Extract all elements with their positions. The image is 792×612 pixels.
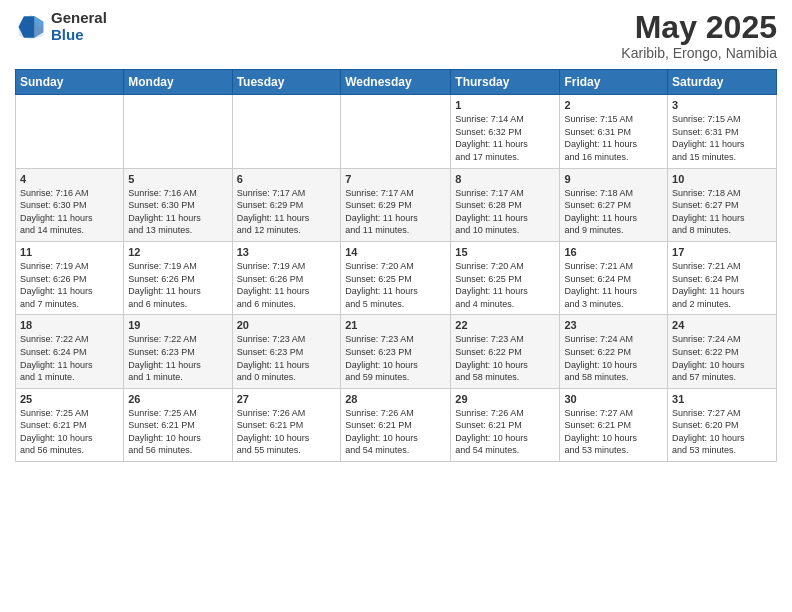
day-info: Sunrise: 7:26 AM Sunset: 6:21 PM Dayligh… [455,407,555,457]
day-number: 10 [672,173,772,185]
col-saturday: Saturday [668,70,777,95]
logo-general-text: General [51,10,107,27]
day-cell-2-6: 9Sunrise: 7:18 AM Sunset: 6:27 PM Daylig… [560,168,668,241]
day-number: 19 [128,319,227,331]
day-cell-5-4: 28Sunrise: 7:26 AM Sunset: 6:21 PM Dayli… [341,388,451,461]
day-number: 7 [345,173,446,185]
day-info: Sunrise: 7:15 AM Sunset: 6:31 PM Dayligh… [672,113,772,163]
day-number: 15 [455,246,555,258]
day-number: 22 [455,319,555,331]
week-row-3: 11Sunrise: 7:19 AM Sunset: 6:26 PM Dayli… [16,241,777,314]
day-cell-1-6: 2Sunrise: 7:15 AM Sunset: 6:31 PM Daylig… [560,95,668,168]
header: General Blue May 2025 Karibib, Erongo, N… [15,10,777,61]
day-info: Sunrise: 7:26 AM Sunset: 6:21 PM Dayligh… [237,407,337,457]
week-row-4: 18Sunrise: 7:22 AM Sunset: 6:24 PM Dayli… [16,315,777,388]
day-number: 31 [672,393,772,405]
col-wednesday: Wednesday [341,70,451,95]
day-cell-4-1: 18Sunrise: 7:22 AM Sunset: 6:24 PM Dayli… [16,315,124,388]
logo: General Blue [15,10,107,43]
col-tuesday: Tuesday [232,70,341,95]
day-cell-2-5: 8Sunrise: 7:17 AM Sunset: 6:28 PM Daylig… [451,168,560,241]
day-number: 11 [20,246,119,258]
day-cell-1-7: 3Sunrise: 7:15 AM Sunset: 6:31 PM Daylig… [668,95,777,168]
day-info: Sunrise: 7:23 AM Sunset: 6:23 PM Dayligh… [237,333,337,383]
day-number: 1 [455,99,555,111]
week-row-2: 4Sunrise: 7:16 AM Sunset: 6:30 PM Daylig… [16,168,777,241]
day-info: Sunrise: 7:24 AM Sunset: 6:22 PM Dayligh… [564,333,663,383]
day-cell-3-1: 11Sunrise: 7:19 AM Sunset: 6:26 PM Dayli… [16,241,124,314]
day-number: 26 [128,393,227,405]
day-info: Sunrise: 7:18 AM Sunset: 6:27 PM Dayligh… [672,187,772,237]
col-thursday: Thursday [451,70,560,95]
day-number: 9 [564,173,663,185]
day-info: Sunrise: 7:16 AM Sunset: 6:30 PM Dayligh… [128,187,227,237]
day-info: Sunrise: 7:19 AM Sunset: 6:26 PM Dayligh… [128,260,227,310]
calendar-header-row: Sunday Monday Tuesday Wednesday Thursday… [16,70,777,95]
day-number: 6 [237,173,337,185]
day-cell-5-5: 29Sunrise: 7:26 AM Sunset: 6:21 PM Dayli… [451,388,560,461]
day-cell-3-6: 16Sunrise: 7:21 AM Sunset: 6:24 PM Dayli… [560,241,668,314]
day-info: Sunrise: 7:21 AM Sunset: 6:24 PM Dayligh… [564,260,663,310]
day-info: Sunrise: 7:14 AM Sunset: 6:32 PM Dayligh… [455,113,555,163]
day-info: Sunrise: 7:21 AM Sunset: 6:24 PM Dayligh… [672,260,772,310]
day-number: 4 [20,173,119,185]
day-info: Sunrise: 7:27 AM Sunset: 6:21 PM Dayligh… [564,407,663,457]
calendar-table: Sunday Monday Tuesday Wednesday Thursday… [15,69,777,462]
day-cell-2-4: 7Sunrise: 7:17 AM Sunset: 6:29 PM Daylig… [341,168,451,241]
day-number: 18 [20,319,119,331]
logo-icon [15,11,47,43]
day-cell-5-7: 31Sunrise: 7:27 AM Sunset: 6:20 PM Dayli… [668,388,777,461]
col-monday: Monday [124,70,232,95]
day-number: 29 [455,393,555,405]
col-sunday: Sunday [16,70,124,95]
day-cell-2-7: 10Sunrise: 7:18 AM Sunset: 6:27 PM Dayli… [668,168,777,241]
day-cell-3-4: 14Sunrise: 7:20 AM Sunset: 6:25 PM Dayli… [341,241,451,314]
day-cell-2-2: 5Sunrise: 7:16 AM Sunset: 6:30 PM Daylig… [124,168,232,241]
week-row-5: 25Sunrise: 7:25 AM Sunset: 6:21 PM Dayli… [16,388,777,461]
day-cell-3-7: 17Sunrise: 7:21 AM Sunset: 6:24 PM Dayli… [668,241,777,314]
day-cell-4-5: 22Sunrise: 7:23 AM Sunset: 6:22 PM Dayli… [451,315,560,388]
day-number: 28 [345,393,446,405]
day-info: Sunrise: 7:25 AM Sunset: 6:21 PM Dayligh… [20,407,119,457]
day-cell-3-2: 12Sunrise: 7:19 AM Sunset: 6:26 PM Dayli… [124,241,232,314]
day-info: Sunrise: 7:26 AM Sunset: 6:21 PM Dayligh… [345,407,446,457]
day-info: Sunrise: 7:22 AM Sunset: 6:23 PM Dayligh… [128,333,227,383]
day-cell-2-1: 4Sunrise: 7:16 AM Sunset: 6:30 PM Daylig… [16,168,124,241]
day-cell-4-2: 19Sunrise: 7:22 AM Sunset: 6:23 PM Dayli… [124,315,232,388]
day-number: 8 [455,173,555,185]
day-number: 20 [237,319,337,331]
day-number: 17 [672,246,772,258]
day-number: 5 [128,173,227,185]
logo-text: General Blue [51,10,107,43]
col-friday: Friday [560,70,668,95]
day-info: Sunrise: 7:23 AM Sunset: 6:23 PM Dayligh… [345,333,446,383]
day-cell-4-7: 24Sunrise: 7:24 AM Sunset: 6:22 PM Dayli… [668,315,777,388]
day-info: Sunrise: 7:27 AM Sunset: 6:20 PM Dayligh… [672,407,772,457]
day-number: 27 [237,393,337,405]
day-cell-2-3: 6Sunrise: 7:17 AM Sunset: 6:29 PM Daylig… [232,168,341,241]
day-info: Sunrise: 7:19 AM Sunset: 6:26 PM Dayligh… [237,260,337,310]
day-number: 13 [237,246,337,258]
location-subtitle: Karibib, Erongo, Namibia [621,45,777,61]
day-info: Sunrise: 7:20 AM Sunset: 6:25 PM Dayligh… [345,260,446,310]
day-number: 16 [564,246,663,258]
day-cell-5-6: 30Sunrise: 7:27 AM Sunset: 6:21 PM Dayli… [560,388,668,461]
day-cell-4-4: 21Sunrise: 7:23 AM Sunset: 6:23 PM Dayli… [341,315,451,388]
day-info: Sunrise: 7:24 AM Sunset: 6:22 PM Dayligh… [672,333,772,383]
day-cell-3-3: 13Sunrise: 7:19 AM Sunset: 6:26 PM Dayli… [232,241,341,314]
day-number: 23 [564,319,663,331]
day-number: 30 [564,393,663,405]
day-cell-4-3: 20Sunrise: 7:23 AM Sunset: 6:23 PM Dayli… [232,315,341,388]
day-info: Sunrise: 7:15 AM Sunset: 6:31 PM Dayligh… [564,113,663,163]
day-info: Sunrise: 7:16 AM Sunset: 6:30 PM Dayligh… [20,187,119,237]
day-info: Sunrise: 7:17 AM Sunset: 6:29 PM Dayligh… [237,187,337,237]
day-info: Sunrise: 7:25 AM Sunset: 6:21 PM Dayligh… [128,407,227,457]
day-number: 14 [345,246,446,258]
day-info: Sunrise: 7:23 AM Sunset: 6:22 PM Dayligh… [455,333,555,383]
day-cell-1-2 [124,95,232,168]
title-block: May 2025 Karibib, Erongo, Namibia [621,10,777,61]
day-number: 12 [128,246,227,258]
day-info: Sunrise: 7:22 AM Sunset: 6:24 PM Dayligh… [20,333,119,383]
day-cell-3-5: 15Sunrise: 7:20 AM Sunset: 6:25 PM Dayli… [451,241,560,314]
day-number: 21 [345,319,446,331]
